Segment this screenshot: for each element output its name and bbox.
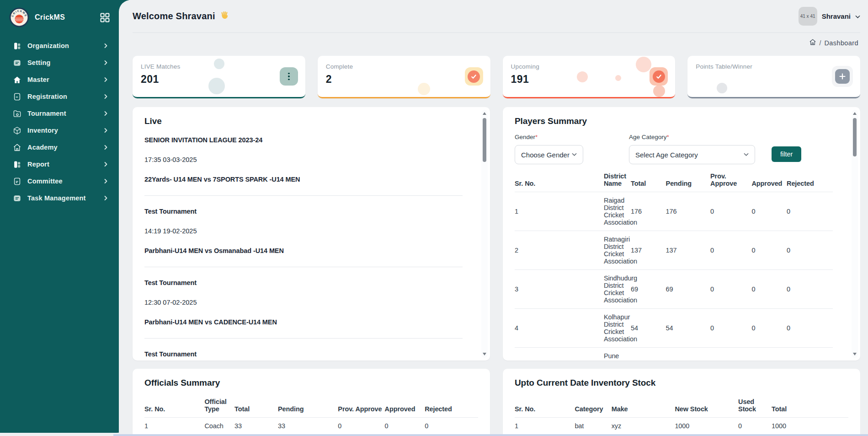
chevron-right-icon: [104, 178, 108, 184]
horizontal-scrollbar[interactable]: [113, 434, 868, 436]
column-header: Pending: [278, 396, 338, 418]
scroll-down-icon[interactable]: [853, 353, 857, 355]
stat-card-points-table: Points Table/Winner: [687, 56, 860, 98]
scroll-up-icon[interactable]: [853, 112, 857, 115]
table-row: 1 bat xyz 1000 0 1000: [515, 418, 848, 435]
panel-title: Upto Current Date Inventory Stock: [515, 378, 848, 388]
tournament-name: Test Tournament: [144, 350, 463, 358]
chevron-down-icon: [572, 153, 577, 156]
column-header: Prov. Approve: [710, 171, 751, 192]
waving-hand-icon: [220, 11, 229, 22]
age-category-select[interactable]: Select Age Category: [629, 145, 755, 164]
brand: CRICKMS CrickMS: [0, 0, 119, 27]
stat-label: Upcoming: [511, 63, 667, 70]
column-header: Used Stock: [738, 396, 772, 418]
chevron-right-icon: [104, 94, 108, 99]
task-management-icon: [12, 194, 22, 203]
column-header: Approved: [751, 171, 787, 192]
officials-summary-panel: Officials Summary Sr. No.Official TypeTo…: [133, 369, 490, 436]
grid-icon[interactable]: [100, 13, 110, 22]
chevron-right-icon: [104, 128, 108, 133]
column-header: Sr. No.: [515, 396, 575, 418]
panel-title: Live: [144, 116, 478, 126]
stat-card-complete: Complete 2: [318, 56, 490, 98]
crickms-logo: CRICKMS: [9, 7, 29, 27]
sidebar-item-registration[interactable]: Registration: [0, 91, 119, 102]
age-filter-group: Age Category* Select Age Category: [629, 134, 755, 164]
stat-value: 2: [326, 73, 482, 86]
stat-card-upcoming: Upcoming 191: [503, 56, 676, 98]
divider: [144, 267, 463, 267]
gender-label: Gender*: [515, 134, 583, 140]
chevron-right-icon: [104, 111, 108, 116]
officials-summary-table: Sr. No.Official TypeTotalPendingProv. Ap…: [144, 396, 478, 434]
chevron-down-icon: [855, 12, 860, 21]
sidebar-item-master[interactable]: Master: [0, 74, 119, 85]
main-content: Welcome Shravani 41 x 41 Shra: [119, 0, 868, 436]
scroll-down-icon[interactable]: [483, 353, 486, 355]
column-header: New Stock: [675, 396, 738, 418]
chevron-down-icon: [744, 153, 749, 156]
required-mark: *: [535, 134, 538, 140]
check-circle-icon: [650, 67, 668, 86]
inventory-stock-table: Sr. No.CategoryMakeNew StockUsed StockTo…: [515, 396, 848, 434]
avatar[interactable]: 41 x 41: [799, 7, 817, 26]
match-teams: Parbhani-U14 MEN vs Osmanabad -U14 MEN: [144, 247, 463, 254]
column-header: Sr. No.: [515, 171, 604, 192]
sidebar-item-committee[interactable]: Committee: [0, 176, 119, 187]
sidebar-item-task-management[interactable]: Task Management: [0, 193, 119, 204]
live-match-item: Test Tournament: [144, 350, 463, 361]
breadcrumb-current: Dashboard: [824, 39, 858, 47]
column-header: Make: [612, 396, 675, 418]
table-row: 1 Raigad District Cricket Association 17…: [515, 192, 833, 231]
sidebar: CRICKMS CrickMS Organization: [0, 0, 129, 433]
column-header: District Name: [604, 171, 631, 192]
filter-button[interactable]: filter: [772, 146, 801, 162]
scroll-up-icon[interactable]: [483, 112, 486, 115]
table-row: 1 Coach 33 33 0 0 0: [144, 418, 478, 435]
organization-icon: [12, 42, 22, 50]
user-name: Shravani: [822, 12, 851, 20]
sidebar-item-academy[interactable]: Academy: [0, 142, 119, 153]
column-header: Approved: [385, 396, 425, 418]
column-header: Pending: [666, 171, 710, 192]
column-header: Total: [631, 171, 666, 192]
sidebar-item-inventory[interactable]: Inventory: [0, 125, 119, 136]
stat-card-live-matches: LIVE Matches 201: [133, 56, 305, 98]
live-match-item: Test Tournament 12:30 07-02-2025 Parbhan…: [144, 279, 463, 339]
user-menu[interactable]: 41 x 41 Shravani: [799, 7, 860, 26]
gender-select[interactable]: Choose Gender: [515, 145, 583, 164]
match-datetime: 14:19 19-02-2025: [144, 227, 463, 235]
column-header: Prov. Approve: [338, 396, 384, 418]
check-circle-icon: [465, 67, 483, 86]
sidebar-item-organization[interactable]: Organization: [0, 40, 119, 51]
stat-value: 201: [141, 73, 297, 86]
age-category-label: Age Category*: [629, 134, 755, 140]
live-matches-panel: Live SENIOR INVITATION LEAGUE 2023-24 17…: [133, 107, 490, 361]
column-header: Total: [234, 396, 278, 418]
tournament-name: Test Tournament: [144, 279, 463, 286]
players-summary-panel: Players Summary Gender* Choose Gender Ag…: [503, 107, 860, 361]
sidebar-nav: Organization Setting Master Registration: [0, 40, 119, 204]
scrollbar[interactable]: [481, 110, 488, 358]
panel-title: Players Summary: [515, 116, 848, 126]
table-row: 5 Pune District Cricket Association 130 …: [515, 348, 833, 361]
chevron-right-icon: [104, 195, 108, 201]
table-row: 2 Ratnagiri District Cricket Association…: [515, 231, 833, 270]
crickms-dashboard: CRICKMS CrickMS Organization: [0, 0, 868, 436]
home-filled-icon: [12, 75, 22, 84]
home-icon[interactable]: [809, 38, 816, 48]
scrollbar[interactable]: [852, 110, 858, 358]
scrollbar-thumb[interactable]: [853, 118, 857, 156]
gender-filter-group: Gender* Choose Gender: [515, 134, 583, 164]
sidebar-item-tournament[interactable]: Tournament: [0, 108, 119, 119]
plus-icon[interactable]: [832, 66, 853, 87]
report-icon: [12, 160, 22, 169]
sidebar-item-report[interactable]: Report: [0, 159, 119, 170]
kebab-menu-icon[interactable]: [280, 67, 298, 86]
scrollbar-thumb[interactable]: [483, 118, 486, 162]
match-datetime: 17:35 03-03-2025: [144, 156, 463, 163]
sidebar-item-setting[interactable]: Setting: [0, 57, 119, 68]
match-teams: Parbhani-U14 MEN vs CADENCE-U14 MEN: [144, 318, 463, 326]
page-title: Welcome Shravani: [133, 11, 215, 22]
